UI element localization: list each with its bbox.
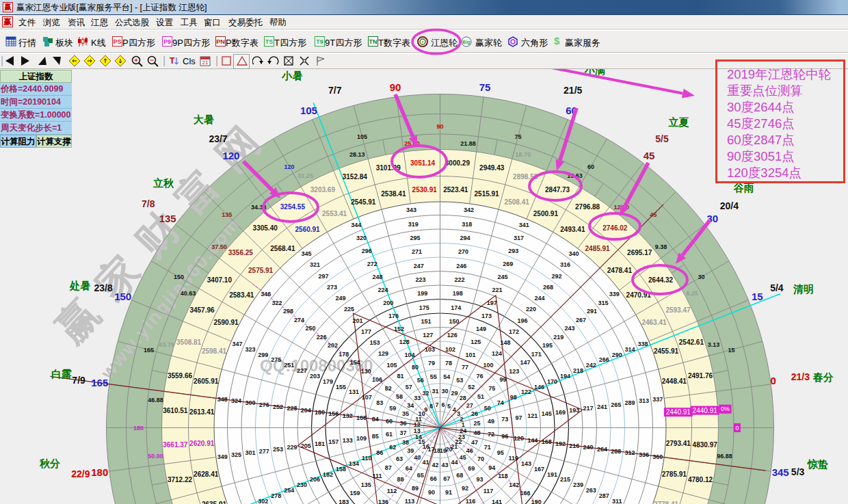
- svg-text:2605.91: 2605.91: [194, 377, 219, 385]
- svg-text:5/5: 5/5: [655, 133, 669, 144]
- svg-text:34: 34: [407, 402, 414, 409]
- svg-text:150: 150: [174, 274, 184, 280]
- svg-text:346: 346: [261, 291, 271, 297]
- svg-text:88: 88: [397, 476, 403, 483]
- svg-text:2493.41: 2493.41: [560, 226, 585, 233]
- svg-text:144: 144: [527, 437, 538, 444]
- svg-text:3051.14: 3051.14: [410, 159, 436, 167]
- svg-text:59: 59: [389, 405, 396, 412]
- svg-text:204: 204: [301, 407, 311, 414]
- svg-text:50.00: 50.00: [148, 453, 163, 460]
- svg-text:194: 194: [560, 373, 570, 380]
- svg-text:318: 318: [462, 221, 472, 228]
- svg-text:265: 265: [611, 401, 621, 408]
- svg-text:155: 155: [336, 384, 346, 390]
- svg-text:147: 147: [520, 359, 531, 366]
- svg-text:2593.47: 2593.47: [665, 306, 691, 314]
- svg-text:131: 131: [349, 388, 359, 395]
- svg-text:277: 277: [259, 448, 269, 455]
- svg-text:秋分: 秋分: [39, 457, 60, 469]
- svg-text:176: 176: [388, 313, 399, 319]
- svg-text:31.25: 31.25: [297, 172, 313, 179]
- svg-text:3508.81: 3508.81: [176, 339, 202, 346]
- svg-text:109: 109: [356, 435, 367, 442]
- svg-text:PS: PS: [113, 38, 121, 45]
- svg-text:5/3: 5/3: [791, 466, 805, 477]
- svg-text:288: 288: [611, 448, 621, 455]
- svg-text:2695.17: 2695.17: [627, 249, 652, 256]
- svg-text:298: 298: [283, 308, 293, 315]
- svg-text:341: 341: [519, 222, 529, 228]
- svg-text:32: 32: [423, 390, 429, 397]
- svg-text:2568.41: 2568.41: [270, 245, 295, 252]
- svg-text:3305.40: 3305.40: [253, 224, 278, 232]
- svg-text:38: 38: [402, 439, 409, 446]
- svg-text:8: 8: [429, 403, 433, 410]
- svg-text:3356.25: 3356.25: [228, 249, 254, 256]
- svg-text:处暑: 处暑: [69, 280, 90, 291]
- svg-text:105: 105: [300, 105, 317, 116]
- svg-text:345: 345: [302, 250, 312, 257]
- svg-text:2455.91: 2455.91: [654, 347, 679, 355]
- svg-text:90: 90: [436, 123, 443, 130]
- svg-text:263: 263: [586, 487, 596, 494]
- svg-text:惊蛰: 惊蛰: [807, 458, 828, 470]
- svg-text:29: 29: [451, 390, 458, 397]
- svg-text:249: 249: [335, 295, 345, 302]
- svg-text:157: 157: [328, 438, 339, 445]
- svg-text:小暑: 小暑: [281, 70, 302, 81]
- svg-text:2545.91: 2545.91: [351, 198, 376, 206]
- svg-text:2575.91: 2575.91: [248, 267, 274, 274]
- svg-text:340: 340: [568, 250, 579, 257]
- svg-text:122: 122: [521, 388, 531, 395]
- svg-text:2796.88: 2796.88: [575, 203, 600, 211]
- svg-text:343: 343: [406, 207, 416, 213]
- svg-text:58: 58: [396, 393, 403, 400]
- svg-text:2560.91: 2560.91: [295, 226, 321, 233]
- svg-text:26: 26: [471, 410, 478, 417]
- svg-text:6: 6: [441, 401, 445, 408]
- svg-text:145: 145: [542, 410, 552, 417]
- svg-text:43: 43: [442, 462, 449, 468]
- svg-text:247: 247: [414, 263, 424, 269]
- svg-text:96: 96: [501, 433, 508, 440]
- svg-text:72: 72: [488, 431, 494, 438]
- svg-text:229: 229: [287, 444, 297, 451]
- svg-text:245: 245: [497, 274, 507, 280]
- svg-text:227: 227: [297, 367, 307, 374]
- svg-text:2628.41: 2628.41: [194, 470, 219, 478]
- svg-text:226: 226: [317, 334, 327, 341]
- svg-text:180: 180: [315, 409, 325, 416]
- svg-text:21/5: 21/5: [564, 85, 582, 96]
- svg-text:53: 53: [456, 377, 463, 384]
- svg-text:75: 75: [479, 81, 491, 93]
- svg-text:2485.91: 2485.91: [585, 245, 611, 252]
- svg-text:136: 136: [378, 499, 388, 504]
- svg-text:41: 41: [423, 459, 429, 466]
- svg-text:22/9: 22/9: [71, 468, 90, 479]
- svg-text:107: 107: [362, 394, 372, 401]
- svg-text:3: 3: [457, 410, 460, 417]
- svg-text:336: 336: [639, 451, 649, 458]
- svg-text:241: 241: [597, 403, 607, 410]
- svg-text:228: 228: [287, 405, 297, 412]
- svg-text:201: 201: [352, 317, 362, 324]
- svg-text:150: 150: [449, 318, 459, 325]
- svg-text:TS: TS: [265, 38, 274, 45]
- svg-text:200: 200: [383, 300, 393, 306]
- svg-text:2778.41: 2778.41: [654, 501, 679, 504]
- svg-text:111: 111: [372, 473, 382, 479]
- svg-text:108: 108: [356, 414, 367, 421]
- svg-text:5: 5: [447, 403, 451, 410]
- svg-text:61: 61: [386, 431, 393, 438]
- svg-text:345: 345: [772, 466, 789, 478]
- svg-text:40.63: 40.63: [181, 290, 196, 297]
- svg-text:73: 73: [501, 416, 508, 423]
- svg-text:205: 205: [301, 442, 311, 449]
- svg-text:2440.91: 2440.91: [666, 408, 691, 416]
- svg-text:146: 146: [534, 384, 544, 390]
- svg-text:67: 67: [443, 475, 450, 482]
- svg-text:120: 120: [222, 150, 239, 161]
- svg-text:96.88: 96.88: [717, 453, 732, 460]
- svg-text:60: 60: [587, 163, 594, 170]
